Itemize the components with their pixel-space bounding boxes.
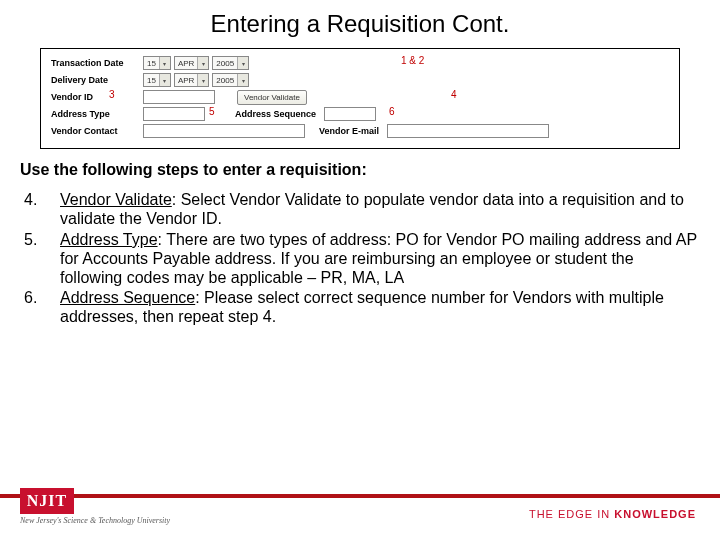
- row-delivery-date: Delivery Date 15 ▾ APR ▾ 2005 ▾: [51, 72, 669, 88]
- chevron-down-icon: ▾: [197, 57, 208, 69]
- instruction-step: 4.Vendor Validate: Select Vendor Validat…: [20, 191, 700, 229]
- label-transaction-date: Transaction Date: [51, 58, 143, 68]
- vendor-id-input[interactable]: [143, 90, 215, 104]
- step-number: 4.: [20, 191, 60, 229]
- instructions-heading: Use the following steps to enter a requi…: [20, 161, 700, 179]
- requisition-form: Transaction Date 15 ▾ APR ▾ 2005 ▾ Deliv…: [40, 48, 680, 149]
- step-body: Vendor Validate: Select Vendor Validate …: [60, 191, 700, 229]
- vendor-validate-button[interactable]: Vendor Validate: [237, 90, 307, 105]
- address-sequence-input[interactable]: [324, 107, 376, 121]
- chevron-down-icon: ▾: [237, 57, 248, 69]
- vendor-email-input[interactable]: [387, 124, 549, 138]
- label-vendor-contact: Vendor Contact: [51, 126, 143, 136]
- logo: NJIT New Jersey's Science & Technology U…: [20, 488, 170, 525]
- footer: NJIT New Jersey's Science & Technology U…: [0, 494, 720, 540]
- tagline: THE EDGE IN KNOWLEDGE: [529, 508, 696, 520]
- label-vendor-email: Vendor E-mail: [319, 126, 379, 136]
- chevron-down-icon: ▾: [237, 74, 248, 86]
- transaction-month-select[interactable]: APR ▾: [174, 56, 209, 70]
- chevron-down-icon: ▾: [159, 74, 170, 86]
- instructions: Use the following steps to enter a requi…: [20, 161, 700, 327]
- label-address-sequence: Address Sequence: [235, 109, 316, 119]
- annotation-6: 6: [389, 106, 395, 117]
- chevron-down-icon: ▾: [197, 74, 208, 86]
- njit-logo: NJIT: [20, 488, 74, 514]
- delivery-day-select[interactable]: 15 ▾: [143, 73, 171, 87]
- step-body: Address Type: There are two types of add…: [60, 231, 700, 288]
- label-vendor-id: Vendor ID: [51, 92, 143, 102]
- transaction-day-select[interactable]: 15 ▾: [143, 56, 171, 70]
- row-address-type: Address Type Address Sequence: [51, 106, 669, 122]
- delivery-year-select[interactable]: 2005 ▾: [212, 73, 249, 87]
- row-vendor-id: Vendor ID Vendor Validate: [51, 89, 669, 105]
- label-address-type: Address Type: [51, 109, 143, 119]
- delivery-month-select[interactable]: APR ▾: [174, 73, 209, 87]
- row-vendor-contact: Vendor Contact Vendor E-mail: [51, 123, 669, 139]
- instruction-step: 5.Address Type: There are two types of a…: [20, 231, 700, 288]
- row-transaction-date: Transaction Date 15 ▾ APR ▾ 2005 ▾: [51, 55, 669, 71]
- label-delivery-date: Delivery Date: [51, 75, 143, 85]
- step-number: 5.: [20, 231, 60, 288]
- step-body: Address Sequence: Please select correct …: [60, 289, 700, 327]
- chevron-down-icon: ▾: [159, 57, 170, 69]
- annotation-3: 3: [109, 89, 115, 100]
- instruction-step: 6.Address Sequence: Please select correc…: [20, 289, 700, 327]
- njit-logo-subtitle: New Jersey's Science & Technology Univer…: [20, 516, 170, 525]
- slide-title: Entering a Requisition Cont.: [0, 10, 720, 38]
- annotation-1-2: 1 & 2: [401, 55, 424, 66]
- vendor-contact-input[interactable]: [143, 124, 305, 138]
- transaction-year-select[interactable]: 2005 ▾: [212, 56, 249, 70]
- annotation-4: 4: [451, 89, 457, 100]
- address-type-input[interactable]: [143, 107, 205, 121]
- annotation-5: 5: [209, 106, 215, 117]
- step-number: 6.: [20, 289, 60, 327]
